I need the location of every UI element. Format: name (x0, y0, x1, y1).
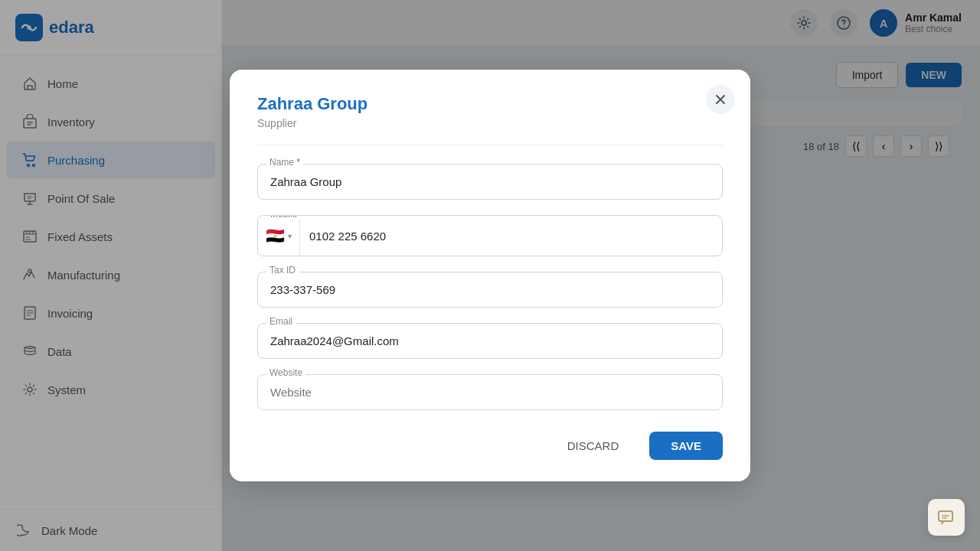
tax-id-label: Tax ID (266, 265, 299, 276)
mobile-input[interactable] (300, 219, 722, 253)
dropdown-arrow-icon: ▾ (288, 232, 292, 240)
mobile-input-group: Mobile 🇪🇬 ▾ (257, 215, 723, 256)
website-input[interactable] (257, 374, 723, 410)
mobile-label: Mobile (267, 215, 300, 220)
website-label: Website (266, 367, 305, 378)
discard-button[interactable]: DISCARD (549, 432, 638, 460)
name-label: Name * (266, 157, 303, 168)
tax-id-input[interactable] (257, 272, 723, 308)
email-input[interactable] (257, 323, 723, 359)
modal-dialog: Zahraa Group Supplier Name * Mobile 🇪🇬 ▾ (230, 70, 750, 481)
modal-actions: DISCARD SAVE (257, 432, 723, 460)
mobile-field-group: Mobile 🇪🇬 ▾ (257, 215, 723, 256)
modal-close-button[interactable] (706, 85, 735, 114)
flag-icon: 🇪🇬 (266, 227, 285, 245)
name-input[interactable] (257, 164, 723, 200)
email-field-group: Email (257, 323, 723, 359)
modal-subtitle: Supplier (257, 117, 723, 129)
tax-id-field-group: Tax ID (257, 272, 723, 308)
modal-overlay: Zahraa Group Supplier Name * Mobile 🇪🇬 ▾ (0, 0, 980, 551)
country-code-selector[interactable]: 🇪🇬 ▾ (258, 216, 300, 256)
email-label: Email (266, 316, 296, 327)
website-field-group: Website (257, 374, 723, 410)
name-field-group: Name * (257, 164, 723, 200)
modal-title: Zahraa Group (257, 94, 723, 114)
chat-button[interactable] (928, 499, 965, 536)
modal-divider (257, 145, 723, 145)
save-button[interactable]: SAVE (649, 432, 723, 460)
